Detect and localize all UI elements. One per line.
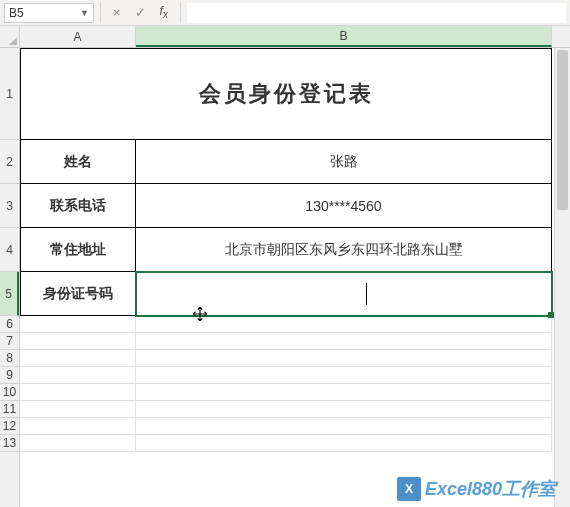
row-header-9[interactable]: 9 <box>0 367 19 384</box>
cell-a13[interactable] <box>20 435 136 452</box>
row-header-1[interactable]: 1 <box>0 48 19 140</box>
row-header-4[interactable]: 4 <box>0 228 19 272</box>
confirm-icon[interactable]: ✓ <box>135 5 146 20</box>
cell-a6[interactable] <box>20 316 136 333</box>
fx-icon[interactable]: fx <box>160 4 168 20</box>
cells-area: 会员身份登记表 姓名 张路 联系电话 130****4560 常住地址 北京市朝… <box>20 48 570 507</box>
row-header-3[interactable]: 3 <box>0 184 19 228</box>
watermark-text: Excel880工作室 <box>425 477 556 501</box>
separator <box>100 3 101 23</box>
cell-a9[interactable] <box>20 367 136 384</box>
cell-a11[interactable] <box>20 401 136 418</box>
title-cell[interactable]: 会员身份登记表 <box>20 48 552 140</box>
row-header-11[interactable]: 11 <box>0 401 19 418</box>
text-caret <box>366 283 367 305</box>
column-headers: A B <box>20 26 570 48</box>
cell-a10[interactable] <box>20 384 136 401</box>
cell-b7[interactable] <box>136 333 552 350</box>
cell-b8[interactable] <box>136 350 552 367</box>
cell-b9[interactable] <box>136 367 552 384</box>
vertical-scrollbar[interactable] <box>554 48 570 507</box>
cell-b6[interactable] <box>136 316 552 333</box>
formula-input[interactable] <box>187 3 566 23</box>
cell-b3[interactable]: 130****4560 <box>136 184 552 228</box>
cell-b4[interactable]: 北京市朝阳区东风乡东四环北路东山墅 <box>136 228 552 272</box>
sheet-title: 会员身份登记表 <box>199 79 374 109</box>
row-header-2[interactable]: 2 <box>0 140 19 184</box>
name-box[interactable]: B5 ▼ <box>4 3 94 23</box>
row-header-5[interactable]: 5 <box>0 272 19 316</box>
row-header-13[interactable]: 13 <box>0 435 19 452</box>
row-header-7[interactable]: 7 <box>0 333 19 350</box>
cancel-icon[interactable]: × <box>113 5 121 20</box>
cell-a4[interactable]: 常住地址 <box>20 228 136 272</box>
row-header-8[interactable]: 8 <box>0 350 19 367</box>
name-box-value: B5 <box>9 6 24 20</box>
cell-b12[interactable] <box>136 418 552 435</box>
cell-b5[interactable] <box>136 272 552 316</box>
fill-handle[interactable] <box>548 312 554 318</box>
cell-b11[interactable] <box>136 401 552 418</box>
col-header-b[interactable]: B <box>136 26 552 47</box>
row-header-6[interactable]: 6 <box>0 316 19 333</box>
cell-b10[interactable] <box>136 384 552 401</box>
cell-a8[interactable] <box>20 350 136 367</box>
formula-bar: B5 ▼ × ✓ fx <box>0 0 570 26</box>
row-headers: 1 2 3 4 5 6 7 8 9 10 11 12 13 <box>0 48 20 507</box>
row-header-10[interactable]: 10 <box>0 384 19 401</box>
select-all-corner[interactable] <box>0 26 20 48</box>
scrollbar-thumb[interactable] <box>557 50 568 210</box>
dropdown-icon[interactable]: ▼ <box>80 8 89 18</box>
watermark-logo: X <box>397 477 421 501</box>
separator <box>180 3 181 23</box>
cell-a5[interactable]: 身份证号码 <box>20 272 136 316</box>
watermark: X Excel880工作室 <box>397 477 556 501</box>
cell-b2[interactable]: 张路 <box>136 140 552 184</box>
cell-a7[interactable] <box>20 333 136 350</box>
spreadsheet-grid: A B 1 2 3 4 5 6 7 8 9 10 11 12 13 会员身份登记… <box>0 26 570 507</box>
row-header-12[interactable]: 12 <box>0 418 19 435</box>
col-header-a[interactable]: A <box>20 26 136 47</box>
cell-a2[interactable]: 姓名 <box>20 140 136 184</box>
cell-b13[interactable] <box>136 435 552 452</box>
cell-a3[interactable]: 联系电话 <box>20 184 136 228</box>
cell-a12[interactable] <box>20 418 136 435</box>
